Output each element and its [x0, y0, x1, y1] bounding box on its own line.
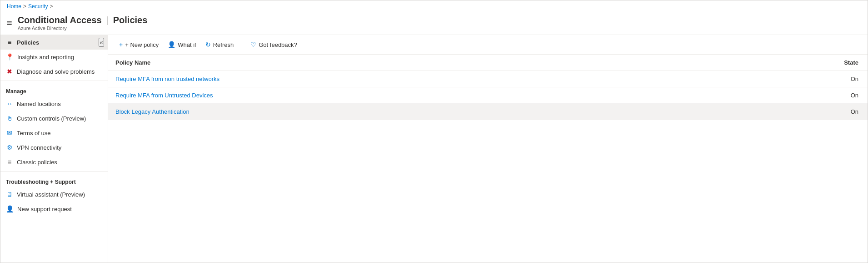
sidebar-item-insights-label: Insights and reporting [17, 54, 74, 61]
named-locations-icon: ↔ [6, 100, 13, 107]
what-if-icon: 👤 [168, 41, 175, 48]
title-separator: | [106, 15, 109, 25]
sidebar-item-virtual-assistant[interactable]: 🖥 Virtual assistant (Preview) [0, 187, 108, 202]
vpn-icon: ⚙ [6, 144, 13, 151]
policy-table: Policy Name State Require MFA from non t… [108, 55, 868, 120]
sidebar-item-terms-of-use[interactable]: ✉ Terms of use [0, 126, 108, 140]
breadcrumb-sep1: > [23, 3, 26, 10]
breadcrumb-sep2: > [50, 3, 53, 10]
policy-link[interactable]: Require MFA from Untrusted Devices [115, 92, 213, 99]
sidebar-item-custom-controls-label: Custom controls (Preview) [17, 115, 86, 122]
terms-icon: ✉ [6, 129, 13, 137]
new-policy-button[interactable]: + + New policy [115, 39, 162, 51]
policy-name-cell: Require MFA from Untrusted Devices [108, 87, 711, 104]
sidebar-item-custom-controls[interactable]: 🖱 Custom controls (Preview) [0, 111, 108, 126]
sidebar: « ≡ Policies 📍 Insights and reporting ✖ … [0, 35, 108, 263]
sidebar-divider-1 [0, 81, 108, 81]
sidebar-item-classic-policies-label: Classic policies [17, 159, 57, 166]
virtual-assistant-icon: 🖥 [6, 191, 13, 198]
policies-icon: ≡ [6, 39, 13, 46]
table-body: Require MFA from non trusted networksOnR… [108, 71, 868, 120]
insights-icon: 📍 [6, 53, 14, 61]
breadcrumb-home[interactable]: Home [7, 3, 21, 10]
sidebar-item-diagnose-label: Diagnose and solve problems [17, 68, 95, 75]
table-row: Require MFA from non trusted networksOn [108, 71, 868, 87]
sidebar-item-named-locations-label: Named locations [17, 101, 61, 107]
sidebar-item-policies-label: Policies [17, 39, 39, 46]
toolbar-separator [242, 40, 242, 49]
page-title-main: Conditional Access [18, 15, 102, 25]
sidebar-item-insights[interactable]: 📍 Insights and reporting [0, 50, 108, 64]
sidebar-item-virtual-assistant-label: Virtual assistant (Preview) [17, 191, 85, 198]
what-if-button[interactable]: 👤 What if [164, 39, 200, 51]
table-header: Policy Name State [108, 55, 868, 71]
col-header-state: State [711, 55, 868, 71]
sidebar-collapse-button[interactable]: « [99, 38, 104, 47]
refresh-button[interactable]: ↻ Refresh [202, 39, 238, 51]
custom-controls-icon: 🖱 [6, 115, 13, 122]
sidebar-item-diagnose[interactable]: ✖ Diagnose and solve problems [0, 64, 108, 79]
policy-state-cell: On [711, 71, 868, 87]
new-policy-label: + New policy [125, 41, 159, 48]
sidebar-item-vpn[interactable]: ⚙ VPN connectivity [0, 140, 108, 155]
classic-policies-icon: ≡ [6, 158, 13, 166]
hamburger-icon: ≡ [7, 18, 12, 28]
table-row: Block Legacy AuthenticationOn [108, 104, 868, 120]
policy-state-cell: On [711, 104, 868, 120]
sidebar-item-named-locations[interactable]: ↔ Named locations [0, 96, 108, 111]
header-title-block: Conditional Access | Policies Azure Acti… [18, 15, 148, 31]
feedback-icon: ♡ [250, 41, 256, 48]
page-title-section: Policies [113, 15, 148, 25]
sidebar-item-classic-policies[interactable]: ≡ Classic policies [0, 155, 108, 169]
feedback-label: Got feedback? [259, 41, 297, 48]
policy-name-cell: Require MFA from non trusted networks [108, 71, 711, 87]
sidebar-item-terms-label: Terms of use [17, 130, 50, 137]
sidebar-section-troubleshooting: Troubleshooting + Support [0, 173, 108, 187]
page-header: ≡ Conditional Access | Policies Azure Ac… [0, 12, 868, 35]
policy-link[interactable]: Require MFA from non trusted networks [115, 76, 219, 82]
col-header-name: Policy Name [108, 55, 711, 71]
what-if-label: What if [178, 41, 196, 48]
policy-link[interactable]: Block Legacy Authentication [115, 108, 190, 115]
support-icon: 👤 [6, 205, 14, 212]
toolbar: + + New policy 👤 What if ↻ Refresh ♡ Got… [108, 35, 868, 55]
policy-name-cell: Block Legacy Authentication [108, 104, 711, 120]
sidebar-item-vpn-label: VPN connectivity [17, 144, 61, 151]
table-row: Require MFA from Untrusted DevicesOn [108, 87, 868, 104]
page-subtitle: Azure Active Directory [18, 25, 148, 31]
breadcrumb: Home > Security > [0, 0, 868, 12]
refresh-label: Refresh [213, 41, 234, 48]
sidebar-item-new-support[interactable]: 👤 New support request [0, 202, 108, 216]
sidebar-section-manage: Manage [0, 83, 108, 96]
content-area: + + New policy 👤 What if ↻ Refresh ♡ Got… [108, 35, 868, 263]
sidebar-divider-2 [0, 171, 108, 172]
diagnose-icon: ✖ [6, 68, 13, 75]
policy-state-cell: On [711, 87, 868, 104]
sidebar-item-policies[interactable]: ≡ Policies [0, 35, 108, 50]
sidebar-item-new-support-label: New support request [17, 206, 72, 212]
new-policy-icon: + [119, 41, 123, 48]
feedback-button[interactable]: ♡ Got feedback? [247, 39, 301, 51]
breadcrumb-security[interactable]: Security [28, 3, 48, 10]
main-layout: « ≡ Policies 📍 Insights and reporting ✖ … [0, 35, 868, 263]
refresh-icon: ↻ [205, 41, 211, 48]
